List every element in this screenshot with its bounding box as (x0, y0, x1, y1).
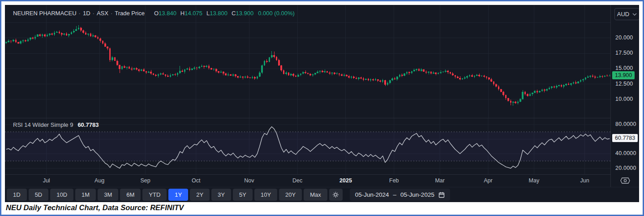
candle (266, 61, 268, 62)
candle (27, 39, 29, 41)
ohlc-value: 13.800 (210, 10, 228, 17)
candle (391, 78, 393, 81)
rsi-indicator-title: RSI 14 Wilder Simple 9 (13, 121, 73, 128)
candle (121, 66, 123, 69)
candle (544, 90, 545, 91)
candle (519, 99, 521, 102)
candle (252, 77, 253, 78)
candle (452, 73, 454, 75)
range-button-20y[interactable]: 20Y (279, 189, 302, 201)
candle (435, 73, 437, 74)
candle (97, 37, 99, 39)
candle (563, 85, 565, 86)
candle (82, 30, 84, 33)
range-button-2y[interactable]: 2Y (190, 189, 210, 201)
candle (15, 40, 17, 42)
candle (37, 35, 39, 36)
candle (517, 102, 519, 103)
candle (228, 74, 229, 75)
candle (10, 41, 12, 41)
price-pane[interactable] (5, 5, 610, 118)
candle (312, 74, 314, 75)
ohlc-key: C (232, 10, 236, 17)
month-label-mar: Mar (435, 177, 445, 184)
currency-selector[interactable]: AUD (614, 8, 639, 20)
candle (447, 71, 449, 72)
candle (78, 28, 80, 29)
candle (196, 68, 198, 68)
candle (174, 74, 176, 75)
range-button-6m[interactable]: 6M (120, 189, 141, 201)
price-scale[interactable]: AUD 20.00017.50015.00012.50010.00080.000… (610, 5, 639, 187)
candle (561, 85, 562, 86)
range-button-3y[interactable]: 3Y (211, 189, 231, 201)
range-button-1d[interactable]: 1D (7, 189, 27, 201)
range-button-10d[interactable]: 10D (50, 189, 73, 201)
candle (114, 57, 116, 61)
candle (30, 38, 31, 39)
candle (486, 77, 488, 78)
candle (191, 69, 193, 70)
range-buttons: 1D5D10D1M3M6MYTD1Y2Y3Y5Y10Y20YMax (7, 189, 327, 201)
date-range-picker[interactable]: 05-Jun-2024 – 05-Jun-2025 (350, 189, 450, 201)
month-label-jun: Jun (580, 177, 589, 184)
candle (471, 75, 473, 77)
candle (208, 66, 210, 68)
axis-tick-label: 20.000 (615, 35, 633, 41)
candle (22, 40, 24, 42)
range-settings-button[interactable] (329, 189, 343, 201)
candle (235, 74, 236, 76)
candle (184, 69, 186, 72)
time-scale[interactable]: JulAugSepOctNovDec2025FebMarAprMayJun (5, 174, 639, 187)
candle (430, 72, 432, 73)
range-button-max[interactable]: Max (304, 189, 327, 201)
candle (493, 82, 495, 84)
candle (587, 77, 589, 78)
candle (464, 78, 466, 78)
range-button-5y[interactable]: 5Y (233, 189, 253, 201)
exchange-label: ASX (97, 10, 108, 17)
candle (450, 72, 451, 73)
candle (206, 66, 207, 67)
candle (483, 76, 485, 77)
candle (539, 91, 541, 92)
candle (271, 55, 273, 57)
range-button-ytd[interactable]: YTD (142, 189, 167, 201)
range-button-1y[interactable]: 1Y (168, 189, 188, 201)
candle (215, 69, 217, 71)
candle (570, 83, 572, 85)
candle (170, 75, 172, 77)
candle (133, 68, 135, 69)
pane-settings-icon[interactable] (620, 177, 630, 186)
range-button-3m[interactable]: 3M (98, 189, 118, 201)
candle (360, 78, 362, 78)
candle (469, 75, 471, 76)
candle (54, 33, 56, 35)
pane-divider[interactable] (5, 174, 639, 175)
ohlc-value: 13.840 (159, 10, 176, 17)
candle (90, 34, 92, 36)
currency-label: AUD (617, 11, 629, 17)
candle (358, 78, 360, 79)
candle (141, 69, 142, 70)
candle (107, 47, 108, 48)
range-button-5d[interactable]: 5D (29, 189, 49, 201)
candle (577, 82, 579, 83)
candle (314, 73, 316, 74)
candle (300, 73, 302, 75)
candle (537, 91, 538, 92)
candle (75, 29, 77, 30)
candle (379, 81, 381, 82)
candle (498, 86, 500, 89)
candle (319, 71, 321, 72)
candle (372, 79, 374, 81)
range-button-1m[interactable]: 1M (75, 189, 96, 201)
candle (585, 78, 587, 79)
candle (237, 76, 239, 78)
pane-divider[interactable] (5, 118, 639, 118)
candle (404, 73, 405, 76)
candle (39, 35, 41, 36)
candle (162, 73, 164, 75)
candle (34, 37, 36, 39)
range-button-10y[interactable]: 10Y (254, 189, 277, 201)
